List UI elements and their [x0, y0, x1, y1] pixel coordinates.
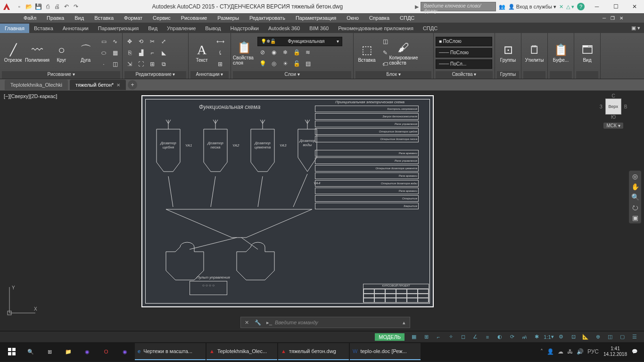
- grid-icon[interactable]: ▦: [408, 332, 420, 342]
- taskview-icon[interactable]: ⊞: [41, 343, 58, 360]
- layfrz-icon[interactable]: ❄: [280, 47, 290, 58]
- chamfer-icon[interactable]: ◣: [158, 48, 169, 58]
- mdi-minimize-icon[interactable]: ─: [601, 16, 608, 21]
- menu-tools[interactable]: Сервис: [148, 14, 175, 22]
- viber2-icon[interactable]: ◉: [116, 343, 134, 360]
- tab-addins[interactable]: Надстройки: [226, 24, 264, 33]
- cmd-input[interactable]: Введите команду: [275, 320, 398, 325]
- scale-button[interactable]: 1:1▾: [543, 332, 554, 342]
- network-icon[interactable]: 🖧: [567, 349, 573, 354]
- command-line[interactable]: ✕ 🔧 ▸_ Введите команду ▴: [240, 317, 410, 328]
- volume-icon[interactable]: 🔊: [577, 349, 584, 354]
- trim-icon[interactable]: ✂: [147, 36, 157, 47]
- stretch-icon[interactable]: ⇲: [124, 59, 135, 69]
- layiso-icon[interactable]: ◉: [269, 47, 279, 58]
- rect-icon[interactable]: ▭: [99, 36, 109, 47]
- lineweight-combo[interactable]: ─── ПоСл...: [436, 59, 492, 69]
- new-tab-button[interactable]: +: [128, 80, 137, 90]
- menu-spds[interactable]: СПДС: [395, 14, 419, 22]
- doc-tab-2[interactable]: тяжелый бетон*✕: [70, 80, 126, 90]
- laywalk-icon[interactable]: ▤: [303, 58, 313, 69]
- layuniso-icon[interactable]: ◎: [269, 58, 279, 69]
- isolate-icon[interactable]: ◫: [604, 332, 616, 342]
- viewcube[interactable]: С З Верх В Ю МСК ▾: [597, 93, 630, 140]
- lang-indicator[interactable]: РУС: [587, 349, 599, 354]
- copy-icon[interactable]: ⎘: [124, 48, 135, 58]
- panel-block-label[interactable]: Блок ▾: [355, 71, 431, 79]
- saveas-icon[interactable]: ⎙: [43, 2, 52, 11]
- tab-output[interactable]: Вывод: [200, 24, 225, 33]
- onedrive-icon[interactable]: ☁: [558, 349, 563, 354]
- ribbon-menu-icon[interactable]: ▣ ▾: [627, 23, 644, 33]
- mdi-restore-icon[interactable]: ❐: [609, 16, 617, 21]
- extend-icon[interactable]: ⤢: [158, 36, 169, 47]
- gear-icon[interactable]: ⚙: [555, 332, 567, 342]
- cleanscreen-icon[interactable]: ▢: [617, 332, 628, 342]
- menu-file[interactable]: Файл: [19, 14, 41, 22]
- keyword-search[interactable]: Введите ключевое слово/фразу: [421, 2, 496, 11]
- offset-icon[interactable]: ⧉: [158, 59, 169, 69]
- help-icon[interactable]: ?: [577, 3, 585, 10]
- steering-wheel-icon[interactable]: ◎: [632, 173, 638, 180]
- clipboard-tool[interactable]: 📋Буфе...: [550, 34, 572, 71]
- action-center-icon[interactable]: 💬: [632, 349, 637, 354]
- viewcube-s[interactable]: Ю: [611, 115, 616, 120]
- tab-featured[interactable]: Рекомендованные приложения: [333, 24, 418, 33]
- move-icon[interactable]: ✥: [124, 36, 135, 47]
- cmd-dropdown-icon[interactable]: ▴: [398, 320, 410, 326]
- doc-tab-1[interactable]: Teplotekhnika_Olechki: [5, 80, 68, 90]
- mirror-icon[interactable]: ▟: [136, 48, 146, 58]
- layunlk-icon[interactable]: 🔓: [291, 58, 302, 69]
- viewcube-top[interactable]: Верх: [605, 99, 621, 115]
- tab-bim360[interactable]: BIM 360: [305, 24, 333, 33]
- snap-icon[interactable]: ⊞: [421, 332, 432, 342]
- maximize-button[interactable]: ☐: [606, 0, 625, 13]
- tab-a360[interactable]: Autodesk 360: [264, 24, 305, 33]
- pan-icon[interactable]: ✋: [631, 183, 639, 190]
- viber-icon[interactable]: ◉: [78, 343, 96, 360]
- utilities-tool[interactable]: 🗒Утилиты: [523, 34, 545, 71]
- signin-menu[interactable]: 👤 Вход в службы ▾: [508, 4, 556, 10]
- cmd-customize-icon[interactable]: 🔧: [252, 320, 264, 326]
- viewcube-wcs[interactable]: МСК ▾: [603, 123, 623, 129]
- viewcube-e[interactable]: В: [624, 104, 627, 109]
- arc-tool[interactable]: ⌒Дуга: [74, 34, 97, 71]
- panel-annot-label[interactable]: Аннотации ▾: [190, 71, 229, 79]
- table-icon[interactable]: ⊞: [215, 59, 225, 69]
- panel-props-label[interactable]: Свойства ▾: [436, 71, 493, 79]
- polyline-tool[interactable]: 〰Полилиния: [26, 34, 49, 71]
- orbit-icon[interactable]: ⭮: [632, 204, 638, 211]
- array-icon[interactable]: ⊞: [147, 59, 157, 69]
- viewcube-w[interactable]: З: [600, 104, 603, 109]
- line-tool[interactable]: ╱Отрезок: [2, 34, 24, 71]
- menu-window[interactable]: Окно: [342, 14, 363, 22]
- menu-format[interactable]: Формат: [119, 14, 147, 22]
- task-edge[interactable]: eЧертежи в масшта...: [135, 343, 206, 360]
- view-tool[interactable]: 🗔Вид: [576, 34, 598, 71]
- ellipse-icon[interactable]: ⬭: [99, 48, 109, 58]
- clock[interactable]: 1:41 14.12.2018: [603, 346, 627, 357]
- minimize-button[interactable]: ─: [587, 0, 606, 13]
- autocad-logo[interactable]: [0, 0, 13, 13]
- plot-icon[interactable]: 🖨: [53, 2, 61, 11]
- start-button[interactable]: [3, 343, 21, 360]
- lineweight-icon[interactable]: ≡: [482, 332, 493, 342]
- people-icon[interactable]: 👤: [547, 349, 554, 354]
- laythw-icon[interactable]: ☀: [280, 58, 290, 69]
- menu-insert[interactable]: Вставка: [90, 14, 118, 22]
- new-icon[interactable]: ▫: [15, 2, 24, 11]
- ortho-icon[interactable]: ⌐: [433, 332, 444, 342]
- cycling-icon[interactable]: ⟳: [506, 332, 518, 342]
- open-icon[interactable]: 📂: [25, 2, 33, 11]
- circle-tool[interactable]: ○Круг: [50, 34, 73, 71]
- layerprops-tool[interactable]: 📋Свойства слоя: [233, 34, 256, 71]
- arrow-icon[interactable]: ▶: [413, 4, 421, 10]
- close-button[interactable]: ✕: [625, 0, 644, 13]
- hatch-icon[interactable]: ▦: [110, 48, 120, 58]
- workspace-icon[interactable]: ⊡: [568, 332, 579, 342]
- save-icon[interactable]: 💾: [34, 2, 42, 11]
- point-icon[interactable]: ·: [99, 59, 109, 69]
- spline-icon[interactable]: ∿: [110, 36, 120, 47]
- polar-icon[interactable]: ✧: [445, 332, 456, 342]
- layon-icon[interactable]: 💡: [257, 58, 268, 69]
